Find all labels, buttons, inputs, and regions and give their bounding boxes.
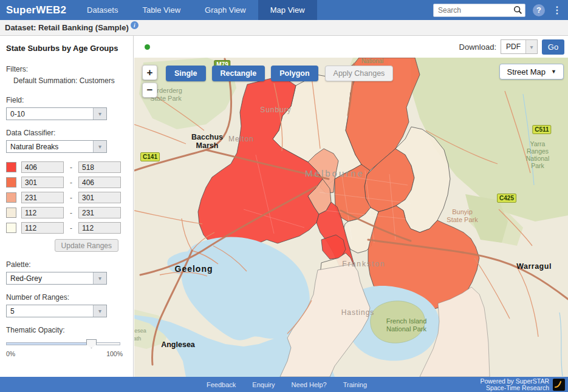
- palette-label: Palette:: [6, 260, 127, 269]
- range-from-input[interactable]: [21, 161, 64, 173]
- legend-row: -: [6, 222, 127, 234]
- ranges-select[interactable]: 5 ▾: [6, 305, 107, 317]
- superstar-logo: [553, 379, 565, 391]
- main-nav: Datasets Table View Graph View Map View: [75, 0, 317, 20]
- powered-by: Powered by SuperSTAR Space-Time Research: [480, 378, 568, 391]
- opacity-max-label: 100%: [106, 350, 123, 357]
- search-icon[interactable]: [513, 5, 522, 17]
- field-label: Field:: [6, 96, 127, 104]
- legend-color-swatch: [6, 162, 16, 172]
- download-format-value: PDF: [501, 42, 525, 51]
- tab-map-view[interactable]: Map View: [258, 0, 317, 20]
- legend-row: -: [6, 161, 127, 173]
- map-toolbar: Download: PDF ▾ Go: [134, 36, 568, 58]
- apply-changes-button[interactable]: Apply Changes: [325, 66, 394, 81]
- map-canvas[interactable]: National ParkLerderderg State ParkSunbur…: [134, 58, 568, 377]
- chevron-down-icon: ▾: [93, 272, 106, 284]
- range-separator: -: [64, 224, 78, 232]
- palette-select[interactable]: Red-Grey ▾: [6, 272, 107, 285]
- tab-graph-view[interactable]: Graph View: [193, 0, 258, 20]
- range-to-input[interactable]: [78, 161, 121, 173]
- range-to-input[interactable]: [78, 222, 121, 234]
- page-title: State Suburbs by Age Groups: [6, 44, 127, 53]
- legend-color-swatch: [6, 208, 16, 218]
- info-icon[interactable]: i: [131, 21, 139, 29]
- dataset-bar: Dataset: Retail Banking (Sample) i: [0, 20, 568, 36]
- legend-color-swatch: [6, 177, 16, 188]
- range-to-input[interactable]: [78, 177, 121, 188]
- powered-line1: Powered by SuperSTAR: [480, 378, 549, 385]
- zoom-out-button[interactable]: −: [142, 83, 157, 98]
- chevron-down-icon: ▾: [93, 141, 106, 152]
- slider-track[interactable]: [6, 342, 120, 345]
- slider-labels: 0% 100%: [6, 350, 123, 357]
- legend-color-swatch: [6, 223, 16, 233]
- chevron-down-icon: ▾: [525, 40, 537, 53]
- range-from-input[interactable]: [21, 207, 64, 218]
- top-navbar: SuperWEB2 Datasets Table View Graph View…: [0, 0, 568, 20]
- range-separator: -: [64, 163, 78, 172]
- chevron-down-icon: ▾: [93, 108, 106, 120]
- superweb2-app: SuperWEB2 Datasets Table View Graph View…: [0, 0, 568, 392]
- feedback-link[interactable]: Feedback: [207, 381, 236, 388]
- range-separator: -: [64, 209, 78, 217]
- overflow-menu-icon[interactable]: ⋮: [552, 4, 562, 16]
- classifier-label: Data Classifier:: [6, 129, 127, 137]
- slider-handle[interactable]: [86, 339, 97, 348]
- chevron-down-icon: ▼: [551, 69, 556, 75]
- default-summation: Default Summation: Customers: [13, 76, 127, 85]
- ranges-label: Number of Ranges:: [6, 293, 127, 302]
- tab-table-view[interactable]: Table View: [130, 0, 193, 20]
- range-from-input[interactable]: [21, 192, 64, 203]
- range-to-input[interactable]: [78, 207, 121, 218]
- search-input[interactable]: [433, 4, 525, 17]
- help-icon[interactable]: ?: [533, 4, 545, 16]
- filters-label: Filters:: [6, 65, 127, 73]
- dataset-title: Dataset: Retail Banking (Sample): [5, 23, 129, 32]
- basemap-value: Street Map: [507, 67, 546, 76]
- legend-row: -: [6, 207, 127, 218]
- need-help-link[interactable]: Need Help?: [292, 381, 327, 388]
- classifier-select-value: Natural Breaks: [7, 143, 93, 151]
- update-ranges-button[interactable]: Update Ranges: [55, 239, 118, 252]
- search-box: [433, 4, 525, 17]
- rectangle-select-button[interactable]: Rectangle: [212, 66, 265, 81]
- tab-datasets[interactable]: Datasets: [75, 0, 130, 20]
- legend-row: -: [6, 192, 127, 203]
- zoom-in-button[interactable]: +: [142, 65, 157, 80]
- chevron-down-icon: ▾: [93, 305, 106, 317]
- map-graphic: [134, 58, 568, 377]
- training-link[interactable]: Training: [343, 381, 367, 388]
- classifier-select[interactable]: Natural Breaks ▾: [6, 140, 107, 153]
- zoom-control: + −: [142, 65, 157, 100]
- basemap-select[interactable]: Street Map ▼: [499, 64, 564, 79]
- legend-color-swatch: [6, 192, 16, 203]
- range-separator: -: [64, 194, 78, 202]
- opacity-min-label: 0%: [6, 350, 15, 357]
- thematic-opacity-slider[interactable]: [6, 339, 120, 349]
- map-panel: Download: PDF ▾ Go: [134, 36, 568, 377]
- powered-line2: Space-Time Research: [480, 385, 549, 391]
- range-from-input[interactable]: [21, 177, 64, 188]
- download-label: Download:: [459, 42, 496, 52]
- polygon-select-button[interactable]: Polygon: [271, 66, 318, 81]
- app-logo: SuperWEB2: [0, 0, 75, 20]
- opacity-label: Thematic Opacity:: [6, 326, 127, 334]
- range-separator: -: [64, 178, 78, 187]
- footer-links: Feedback Enquiry Need Help? Training: [207, 381, 367, 388]
- range-from-input[interactable]: [21, 222, 64, 234]
- palette-select-value: Red-Grey: [7, 274, 93, 283]
- download-format-select[interactable]: PDF ▾: [501, 39, 538, 54]
- ranges-select-value: 5: [7, 307, 93, 316]
- field-select-value: 0-10: [7, 110, 93, 118]
- download-go-button[interactable]: Go: [542, 39, 564, 55]
- single-select-button[interactable]: Single: [166, 66, 206, 81]
- enquiry-link[interactable]: Enquiry: [252, 381, 275, 388]
- map-options-sidebar: State Suburbs by Age Groups Filters: Def…: [0, 36, 134, 377]
- field-select[interactable]: 0-10 ▾: [6, 107, 107, 120]
- status-dot: [145, 44, 150, 50]
- range-to-input[interactable]: [78, 192, 121, 203]
- navbar-right: ? ⋮: [433, 0, 568, 20]
- footer-bar: Feedback Enquiry Need Help? Training Pow…: [0, 377, 568, 392]
- selection-toolbar: Single Rectangle Polygon Apply Changes: [166, 66, 393, 81]
